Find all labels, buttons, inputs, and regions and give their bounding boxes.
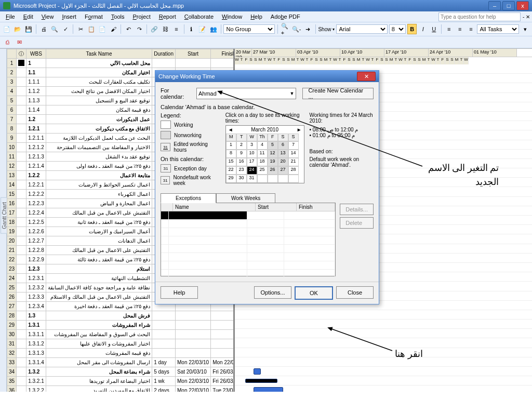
col-task[interactable]: Task Name — [46, 49, 152, 59]
new-icon[interactable]: 📄 — [2, 24, 11, 34]
close-button[interactable]: x — [516, 1, 529, 10]
mdi-close-icon[interactable]: - ✕ — [523, 14, 530, 20]
tab-exceptions[interactable]: Exceptions — [161, 193, 216, 203]
pdf-icon[interactable]: ⎙ — [2, 37, 12, 47]
align-center-icon[interactable]: ≡ — [455, 24, 464, 34]
annotation-name-changed: تم التغير الى الاسم الجديد — [426, 161, 499, 189]
gantt-row — [235, 348, 532, 357]
zoomin-icon[interactable]: 🔍+ — [281, 24, 290, 34]
table-row[interactable]: 331.3.1.4ارسال المفروشات الى مقر المحل1 … — [7, 358, 235, 367]
link-icon[interactable]: 🔗 — [150, 24, 159, 34]
legend-working-icon — [161, 121, 171, 129]
delete-button[interactable]: Delete — [340, 217, 374, 229]
table-row[interactable]: 311.3.1.2اختيار المفروشات و الاتفاق عليه… — [7, 339, 235, 349]
menu-help[interactable]: Help — [247, 12, 266, 21]
table-row[interactable]: 301.3.1.1البحث في السوق و المفاضلة بين ا… — [7, 330, 235, 339]
help-button[interactable]: Help — [161, 286, 198, 299]
menu-adobe[interactable]: Adobe PDF — [267, 12, 304, 21]
menu-tools[interactable]: Tools — [108, 12, 128, 21]
italic-button[interactable]: I — [418, 24, 428, 34]
format-painter-icon[interactable]: 🖌 — [109, 24, 118, 34]
undo-icon[interactable]: ↶ — [124, 24, 133, 34]
align-left-icon[interactable]: ≡ — [444, 24, 454, 34]
table-row[interactable]: 11محل الحاسب الآلي — [7, 59, 235, 68]
size-select[interactable]: 8 — [389, 24, 406, 34]
toolbar-pdf: ⎙ ✉ — [0, 36, 532, 48]
print-icon[interactable]: 🖨 — [39, 24, 48, 34]
cal-next-icon[interactable]: ► — [297, 127, 302, 132]
underline-button[interactable]: U — [429, 24, 438, 34]
zoomout-icon[interactable]: 🔍- — [291, 24, 302, 34]
unlink-icon[interactable]: ⛓ — [161, 24, 170, 34]
legend-nondefault-icon: 31 — [161, 176, 170, 184]
font-select[interactable]: Arial — [336, 24, 387, 34]
info-icon[interactable]: ℹ — [187, 24, 196, 34]
cut-icon[interactable]: ✂ — [76, 24, 85, 34]
menu-format[interactable]: Format — [81, 12, 107, 21]
menu-collaborate[interactable]: Collaborate — [181, 12, 217, 21]
menu-project[interactable]: Project — [129, 12, 154, 21]
col-rownum[interactable] — [7, 49, 17, 59]
table-row[interactable]: 341.3.2شراء بضاعة المحل5 daysSat 20/03/1… — [7, 367, 235, 377]
bold-button[interactable]: B — [407, 24, 417, 34]
open-icon[interactable]: 📂 — [13, 24, 22, 34]
dialog-close-button[interactable]: ✕ — [357, 72, 376, 81]
pdf-mail-icon[interactable]: ✉ — [14, 37, 24, 47]
notes-icon[interactable]: 📝 — [197, 24, 207, 34]
show-label[interactable]: Show — [318, 26, 331, 32]
table-row[interactable]: 291.3.1شراء المفروشات — [7, 321, 235, 330]
details-button[interactable]: Details... — [340, 204, 374, 215]
legend-exception-icon: 31 — [161, 164, 171, 172]
menu-window[interactable]: Window — [218, 12, 246, 21]
calendar-grid[interactable]: ◄March 2010► MTWThFSS1234567891011121314… — [225, 125, 304, 183]
col-wbs[interactable]: WBS — [26, 49, 46, 59]
goto-icon[interactable]: ➜ — [303, 24, 312, 34]
menubar: File Edit View Insert Format Tools Proje… — [0, 11, 532, 22]
table-row[interactable]: 361.3.2.2الاتفاق مع الموردين للتوريد2 da… — [7, 386, 235, 392]
menu-file[interactable]: File — [2, 12, 19, 21]
split-icon[interactable]: ≡ — [171, 24, 181, 34]
col-start[interactable]: Start — [175, 49, 210, 59]
assign-icon[interactable]: 👥 — [209, 24, 218, 34]
tab-work-weeks[interactable]: Work Weeks — [216, 193, 275, 203]
redo-icon[interactable]: ↷ — [135, 24, 144, 34]
copy-icon[interactable]: 📋 — [87, 24, 96, 34]
working-time-1: • 08:00 ص to 12:00 م — [310, 127, 374, 132]
calendar-select[interactable]: Ahmad▼ — [196, 88, 296, 99]
table-row[interactable]: 321.3.1.3دفع قيمة المفروشات — [7, 349, 235, 358]
minimize-button[interactable]: – — [488, 1, 501, 10]
col-finish[interactable]: Finish — [211, 49, 235, 59]
working-time-2: • 01:00 م to 05:00 م — [310, 132, 374, 138]
options-button[interactable]: Options... — [254, 286, 291, 299]
table-row[interactable]: 281.3فرش المحل — [7, 311, 235, 321]
align-right-icon[interactable]: ≡ — [466, 24, 475, 34]
autofilter-icon[interactable]: ▾ — [521, 24, 530, 34]
menu-edit[interactable]: Edit — [20, 12, 37, 21]
cal-prev-icon[interactable]: ◄ — [228, 127, 233, 132]
create-new-calendar-button[interactable]: Create New Calendar ... — [302, 88, 374, 99]
preview-icon[interactable]: 🔍 — [50, 24, 59, 34]
filter-select[interactable]: All Tasks — [477, 24, 519, 34]
save-icon[interactable]: 💾 — [24, 24, 33, 34]
table-row[interactable]: 351.3.2.1اختيار البضاعة المراد توريدها1 … — [7, 377, 235, 386]
base-calendar-text: Calendar 'Ahmad' is a base calendar. — [161, 104, 374, 110]
spell-icon[interactable]: ✓ — [61, 24, 70, 34]
exceptions-table[interactable]: Name Start Finish — [161, 203, 336, 276]
toolbar-standard: 📄 📂 💾 🖨 🔍 ✓ ✂ 📋 📄 🖌 ↶ ↷ 🔗 ⛓ ≡ ℹ 📝 👥 No G… — [0, 22, 532, 36]
dialog-title: Change Working Time — [158, 73, 215, 79]
menu-insert[interactable]: Insert — [58, 12, 80, 21]
group-select[interactable]: No Group — [223, 24, 274, 34]
paste-icon[interactable]: 📄 — [98, 24, 107, 34]
window-title: Microsoft Project - محل الحاسب الالي - ا… — [14, 3, 184, 9]
menu-report[interactable]: Report — [155, 12, 180, 21]
ok-button[interactable]: OK — [295, 286, 333, 300]
col-info[interactable]: ⓘ — [17, 49, 26, 59]
close-dialog-button[interactable]: Close — [336, 286, 374, 299]
click-day-label: Click on a day to see its working times: — [225, 112, 304, 124]
menu-view[interactable]: View — [38, 12, 58, 21]
help-search-input[interactable] — [438, 12, 521, 21]
col-duration[interactable]: Duration — [152, 49, 176, 59]
gantt-row — [235, 320, 532, 329]
maximize-button[interactable]: □ — [502, 1, 515, 10]
on-this-calendar-label: On this calendar: — [161, 156, 220, 162]
